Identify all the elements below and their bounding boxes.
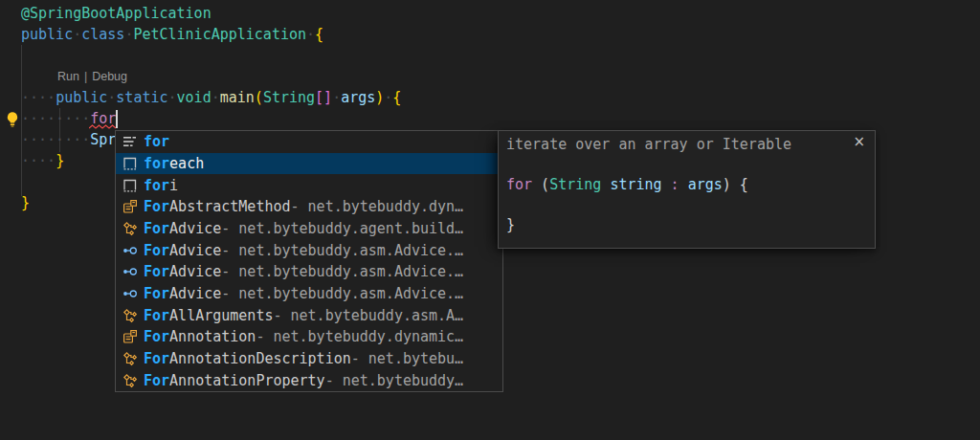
suggestion-match-text: For bbox=[144, 350, 169, 367]
suggestion-label: AnnotationProperty bbox=[169, 372, 325, 389]
suggestion-item-foradvice[interactable]: ForAdvice - net.bytebuddy.agent.build… bbox=[116, 218, 502, 240]
code-token: args bbox=[341, 89, 375, 106]
suggestion-item-foreach[interactable]: foreach bbox=[116, 153, 502, 175]
code-line[interactable]: ····public·static·void·main(String[]·arg… bbox=[21, 87, 401, 108]
suggestion-item-for[interactable]: for bbox=[116, 131, 502, 153]
code-token: { bbox=[392, 89, 401, 106]
class-icon bbox=[122, 329, 138, 344]
code-token: : bbox=[671, 176, 679, 193]
snippet-icon bbox=[122, 178, 138, 193]
code-token: · bbox=[107, 89, 116, 106]
suggestion-match-text: for bbox=[144, 155, 169, 172]
struct-icon bbox=[122, 308, 138, 323]
suggestion-label: Advice bbox=[169, 263, 221, 280]
code-token: } bbox=[56, 152, 64, 169]
code-line[interactable]: ····} bbox=[21, 150, 64, 171]
suggestion-match-text: For bbox=[144, 307, 169, 324]
code-token bbox=[679, 176, 688, 193]
text-cursor bbox=[116, 110, 118, 128]
suggestion-label: AnnotationDescription bbox=[169, 350, 351, 367]
vscode-editor-window: @SpringBootApplicationpublic·class·PetCl… bbox=[0, 0, 980, 440]
suggestion-label: Annotation bbox=[169, 328, 256, 345]
code-line[interactable]: @SpringBootApplication bbox=[21, 3, 212, 24]
code-token: ) bbox=[375, 89, 384, 106]
struct-icon bbox=[122, 221, 138, 236]
details-code-line: for (String string : args) { bbox=[506, 175, 875, 195]
code-token: String bbox=[549, 176, 601, 193]
code-token: · bbox=[73, 26, 81, 43]
error-squiggle bbox=[89, 124, 118, 129]
codelens-separator: | bbox=[84, 70, 87, 83]
suggestion-item-forannotationdescription[interactable]: ForAnnotationDescription - net.bytebu… bbox=[116, 348, 502, 370]
lightbulb-icon[interactable] bbox=[4, 111, 21, 128]
struct-icon bbox=[122, 373, 138, 388]
code-token: main bbox=[220, 89, 255, 106]
code-token: static bbox=[116, 89, 167, 106]
suggestion-label: Advice bbox=[169, 242, 221, 259]
codelens-debug-link[interactable]: Debug bbox=[92, 70, 127, 83]
code-token: string bbox=[610, 176, 661, 193]
code-token: for bbox=[506, 176, 532, 193]
details-spacer bbox=[499, 155, 875, 175]
code-token: ( bbox=[255, 89, 263, 106]
code-token: public bbox=[21, 26, 73, 43]
suggest-widget: forforeachforiForAbstractMethod - net.by… bbox=[115, 130, 503, 392]
suggestion-description: - net.bytebuddy.asm.Advice.… bbox=[221, 263, 463, 280]
suggestion-item-forannotation[interactable]: ForAnnotation - net.bytebuddy.dynamic… bbox=[116, 326, 502, 348]
interface-icon bbox=[122, 286, 138, 301]
code-token bbox=[662, 176, 671, 193]
code-token: void bbox=[177, 89, 212, 106]
interface-icon bbox=[122, 264, 138, 279]
code-token: · bbox=[332, 89, 341, 106]
code-token: PetClinicApplication bbox=[133, 26, 306, 43]
class-icon bbox=[122, 199, 138, 214]
code-token: public bbox=[56, 89, 107, 106]
interface-icon bbox=[122, 243, 138, 258]
keyword-icon bbox=[122, 134, 138, 149]
suggestion-match-text: for bbox=[144, 133, 169, 150]
suggestion-description: - net.bytebuddy.dyn… bbox=[291, 198, 464, 215]
code-token: · bbox=[306, 26, 315, 43]
code-token: args bbox=[688, 176, 723, 193]
code-token: } bbox=[21, 194, 30, 211]
code-line[interactable]: } bbox=[21, 192, 30, 213]
code-token: } bbox=[506, 216, 515, 233]
codelens-run-link[interactable]: Run bbox=[57, 70, 79, 83]
suggestion-match-text: For bbox=[144, 263, 169, 280]
code-line[interactable]: ········Spr bbox=[21, 129, 116, 150]
suggest-details-title: iterate over an array or Iterable bbox=[506, 135, 875, 155]
suggestion-label: AllArguments bbox=[169, 307, 273, 324]
suggestion-item-fori[interactable]: fori bbox=[116, 174, 502, 196]
suggestion-item-foradvice[interactable]: ForAdvice - net.bytebuddy.asm.Advice.… bbox=[116, 239, 502, 261]
code-line[interactable]: public·class·PetClinicApplication·{ bbox=[21, 24, 323, 45]
suggestion-label: AbstractMethod bbox=[169, 198, 290, 215]
suggestion-match-text: For bbox=[144, 372, 169, 389]
code-token: ) { bbox=[723, 176, 748, 193]
suggestion-label: each bbox=[169, 155, 204, 172]
code-token: · bbox=[384, 89, 392, 106]
code-token: · bbox=[212, 89, 220, 106]
code-token: ···· bbox=[21, 152, 56, 169]
suggestion-item-forabstractmethod[interactable]: ForAbstractMethod - net.bytebuddy.dyn… bbox=[116, 196, 502, 218]
suggestion-match-text: For bbox=[144, 242, 169, 259]
suggestion-item-foradvice[interactable]: ForAdvice - net.bytebuddy.asm.Advice.… bbox=[116, 283, 502, 305]
close-icon[interactable]: × bbox=[853, 135, 865, 149]
code-token: Spr bbox=[90, 131, 116, 148]
suggestion-item-forannotationproperty[interactable]: ForAnnotationProperty - net.bytebuddy… bbox=[116, 369, 502, 391]
suggestion-description: - net.bytebuddy.agent.build… bbox=[221, 220, 463, 237]
suggestion-item-forallarguments[interactable]: ForAllArguments - net.bytebuddy.asm.A… bbox=[116, 304, 502, 326]
suggestion-match-text: For bbox=[144, 198, 169, 215]
code-token: [] bbox=[315, 89, 332, 106]
suggest-details-pane: iterate over an array or Iterable × for … bbox=[498, 130, 876, 249]
code-token: ········ bbox=[21, 110, 90, 127]
suggestion-description: - net.bytebuddy.asm.Advice.… bbox=[221, 242, 463, 259]
suggestion-label: Advice bbox=[169, 285, 221, 302]
suggestion-item-foradvice[interactable]: ForAdvice - net.bytebuddy.asm.Advice.… bbox=[116, 261, 502, 283]
code-token: { bbox=[315, 26, 323, 43]
code-token: ( bbox=[532, 176, 549, 193]
code-token: String bbox=[263, 89, 315, 106]
suggestion-description: - net.bytebuddy.asm.A… bbox=[273, 307, 463, 324]
details-code-line: } bbox=[506, 215, 875, 235]
suggestion-description: - net.bytebuddy.asm.Advice.… bbox=[221, 285, 463, 302]
code-token: · bbox=[168, 89, 177, 106]
